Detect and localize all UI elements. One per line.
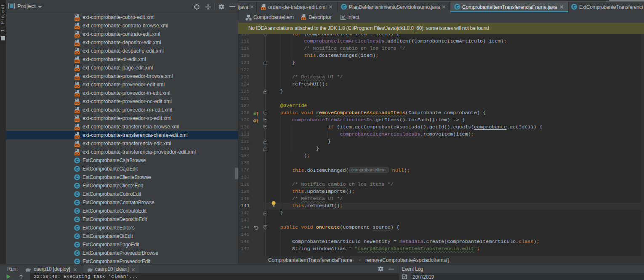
svg-text:C: C: [75, 200, 78, 205]
svg-text:C: C: [75, 192, 78, 197]
svg-text:C: C: [572, 5, 575, 9]
svg-text:C: C: [75, 167, 78, 171]
svg-text:C: C: [342, 5, 345, 9]
svg-text:C: C: [75, 251, 78, 256]
svg-text:C: C: [75, 209, 78, 213]
svg-text:C: C: [75, 184, 78, 188]
svg-text:C: C: [75, 234, 78, 239]
svg-text:C: C: [75, 243, 78, 247]
svg-text:C: C: [75, 226, 78, 230]
svg-text:C: C: [455, 5, 458, 9]
svg-text:C: C: [75, 158, 78, 163]
svg-text:C: C: [75, 175, 78, 180]
svg-text:C: C: [75, 259, 78, 264]
svg-text:C: C: [75, 217, 78, 222]
